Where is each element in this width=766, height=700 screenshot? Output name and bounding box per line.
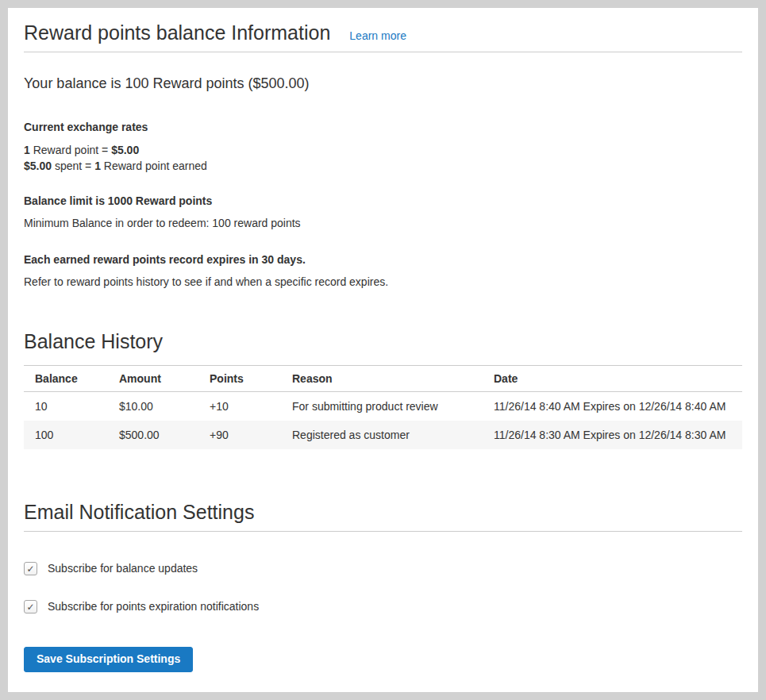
page-title-row: Reward points balance Information Learn … — [24, 8, 742, 46]
checkmark-icon: ✓ — [26, 563, 34, 575]
balance-updates-checkbox[interactable]: ✓ — [24, 562, 37, 575]
column-header-reason: Reason — [281, 366, 483, 392]
reason-cell: For submitting product review — [281, 392, 483, 421]
save-subscription-settings-button[interactable]: Save Subscription Settings — [24, 647, 193, 672]
expiration-notifications-option: ✓ Subscribe for points expiration notifi… — [24, 599, 742, 614]
points-cell: +10 — [198, 392, 281, 421]
column-header-balance: Balance — [24, 366, 108, 392]
expiry-note: Refer to reward points history to see if… — [24, 275, 742, 290]
rate-earn-line: 1 Reward point = $5.00 — [24, 142, 742, 158]
date-cell: 11/26/14 8:40 AM Expires on 12/26/14 8:4… — [483, 392, 742, 421]
balance-summary: Your balance is 100 Reward points ($500.… — [24, 73, 742, 94]
balance-limit-label: Balance limit is 1000 Reward points — [24, 194, 742, 209]
amount-cell: $10.00 — [108, 392, 198, 421]
amount-cell: $500.00 — [108, 421, 198, 449]
reason-cell: Registered as customer — [281, 421, 483, 449]
column-header-points: Points — [198, 366, 281, 392]
points-cell: +90 — [198, 421, 281, 449]
balance-history-table: Balance Amount Points Reason Date 10 $10… — [24, 365, 742, 449]
expiry-label: Each earned reward points record expires… — [24, 252, 742, 267]
checkmark-icon: ✓ — [26, 602, 34, 613]
learn-more-link[interactable]: Learn more — [349, 29, 406, 42]
table-row: 100 $500.00 +90 Registered as customer 1… — [24, 421, 742, 449]
balance-history-heading: Balance History — [24, 329, 742, 355]
expiration-notifications-checkbox[interactable]: ✓ — [24, 600, 37, 613]
exchange-rates: 1 Reward point = $5.00 $5.00 spent = 1 R… — [24, 142, 742, 174]
rate-spend-line: $5.00 spent = 1 Reward point earned — [24, 158, 742, 174]
reward-points-panel: Reward points balance Information Learn … — [8, 8, 758, 692]
title-divider — [24, 52, 742, 52]
email-settings-heading: Email Notification Settings — [24, 499, 742, 525]
expiration-notifications-label[interactable]: Subscribe for points expiration notifica… — [48, 599, 259, 614]
table-header-row: Balance Amount Points Reason Date — [24, 366, 742, 392]
min-balance-note: Minimum Balance in order to redeem: 100 … — [24, 216, 742, 231]
balance-cell: 10 — [24, 392, 108, 421]
date-cell: 11/26/14 8:30 AM Expires on 12/26/14 8:3… — [483, 421, 742, 449]
page-title: Reward points balance Information — [24, 20, 330, 46]
balance-cell: 100 — [24, 421, 108, 449]
balance-updates-option: ✓ Subscribe for balance updates — [24, 561, 742, 576]
table-row: 10 $10.00 +10 For submitting product rev… — [24, 392, 742, 421]
balance-updates-label[interactable]: Subscribe for balance updates — [48, 561, 198, 576]
column-header-date: Date — [483, 366, 742, 392]
exchange-rates-heading: Current exchange rates — [24, 120, 742, 135]
email-settings-divider — [24, 531, 742, 532]
column-header-amount: Amount — [108, 366, 198, 392]
